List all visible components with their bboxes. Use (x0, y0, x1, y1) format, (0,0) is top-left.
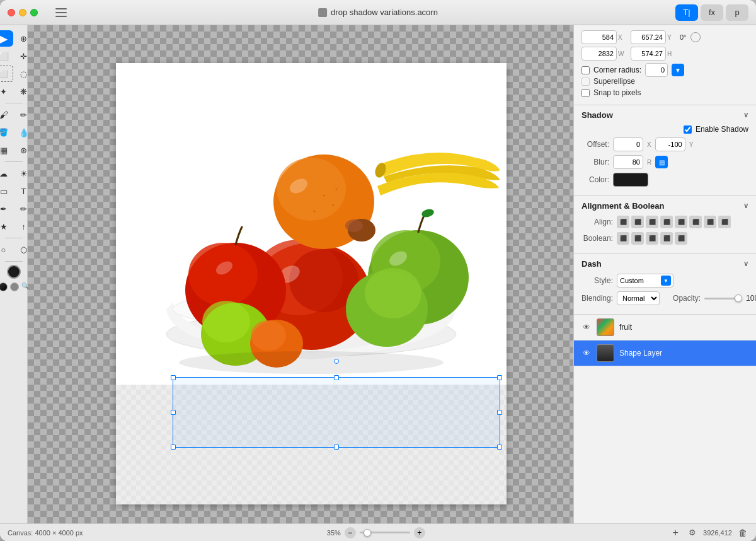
align-right-btn[interactable]: ⬛ (646, 216, 658, 228)
dash-chevron[interactable]: ∨ (743, 260, 748, 268)
plugin-btn[interactable]: p (726, 4, 748, 21)
selection-handle-top-right[interactable] (497, 375, 502, 380)
selection-handle-mid-right[interactable] (497, 410, 502, 415)
zoom-slider[interactable] (360, 532, 410, 533)
zoom-out-btn[interactable]: − (345, 527, 356, 538)
layer-fruit-visibility[interactable]: 👁 (581, 322, 592, 332)
layer-fruit-thumbnail (597, 318, 614, 336)
x-input[interactable] (581, 30, 617, 44)
cloud-shape-tool[interactable]: ☁ (0, 165, 13, 182)
offset-y-input[interactable] (655, 137, 685, 151)
sidebar-toggle[interactable] (55, 8, 67, 17)
pen-tool[interactable]: ✒ (0, 201, 13, 217)
h-input[interactable] (631, 47, 666, 61)
align-buttons: ⬛ ⬛ ⬛ ⬛ ⬛ ⬛ ⬛ ⬛ (617, 216, 731, 228)
svg-point-22 (314, 211, 316, 212)
shadow-header: Shadow ∨ (581, 110, 748, 120)
zoom-in-btn[interactable]: + (414, 527, 425, 538)
svg-point-20 (323, 195, 325, 197)
align-label: Align: (581, 218, 613, 226)
shadow-color-swatch[interactable] (613, 173, 648, 187)
selection-handle-top-left[interactable] (171, 375, 176, 380)
selection-handle-bottom-left[interactable] (171, 445, 176, 450)
blending-select[interactable]: Normal Multiply Screen (617, 291, 660, 305)
selection-handle-center-top[interactable] (334, 359, 339, 364)
selection-handle-mid-left[interactable] (171, 410, 176, 415)
union-btn[interactable]: ⬛ (617, 232, 629, 245)
close-button[interactable] (8, 9, 15, 16)
corner-radius-dropdown[interactable]: ▼ (672, 64, 684, 76)
shadow-blur-row: Blur: R ▤ (581, 155, 748, 169)
opacity-label: Opacity: (673, 294, 701, 303)
layer-fruit[interactable]: 👁 fruit (574, 315, 756, 340)
superellipse-checkbox[interactable] (581, 78, 590, 86)
enable-shadow-label: Enable Shadow (696, 125, 748, 134)
rect-shape-tool[interactable]: ▭ (0, 183, 13, 199)
add-layer-btn[interactable]: + (669, 526, 682, 539)
star-tool[interactable]: ★ (0, 218, 13, 235)
layer-shape[interactable]: 👁 Shape Layer (574, 340, 756, 366)
background-color[interactable] (10, 282, 19, 291)
selection-handle-bottom-right[interactable] (497, 445, 502, 450)
alignment-header: Alignment & Boolean ∨ (581, 201, 748, 211)
delete-layer-btn[interactable]: 🗑 (737, 527, 748, 538)
corner-radius-input[interactable] (645, 63, 668, 77)
layer-shape-visibility[interactable]: 👁 (581, 348, 592, 358)
rotation-control[interactable] (690, 32, 701, 42)
main-area: ▶ ⊕ ⬜ ✛ ⬜ ◌ ✦ ❋ 🖌 ✏ 🪣 💧 (0, 25, 756, 523)
align-left-btn[interactable]: ⬛ (617, 216, 629, 228)
align-bottom-btn[interactable]: ⬛ (689, 216, 702, 228)
y-input[interactable] (631, 30, 666, 44)
difference-btn[interactable]: ⬛ (660, 232, 673, 245)
subtract-btn[interactable]: ⬛ (631, 232, 644, 245)
window-title: drop shadow variations.acorn (318, 8, 438, 17)
crop-tool[interactable]: ⬜ (0, 48, 13, 64)
blur-type-btn[interactable]: ▤ (655, 156, 668, 168)
canvas-area[interactable] (28, 25, 573, 523)
snap-to-pixels-checkbox[interactable] (581, 89, 590, 97)
h-field-group: H (631, 47, 676, 61)
combine-btn[interactable]: ⬛ (675, 232, 687, 245)
foreground-color[interactable] (0, 282, 8, 291)
text-tool-header-btn[interactable]: T| (675, 4, 698, 21)
fx-btn[interactable]: fx (701, 4, 723, 21)
layer-shape-name: Shape Layer (619, 349, 662, 358)
opacity-slider[interactable] (704, 298, 742, 300)
selection-handle-top-center[interactable] (334, 375, 339, 380)
left-toolbar: ▶ ⊕ ⬜ ✛ ⬜ ◌ ✦ ❋ 🖌 ✏ 🪣 💧 (0, 25, 28, 523)
offset-x-input[interactable] (613, 137, 643, 151)
distribute-h-btn[interactable]: ⬛ (704, 216, 716, 228)
minimize-button[interactable] (19, 9, 26, 16)
corner-radius-checkbox[interactable] (581, 66, 590, 74)
w-input[interactable] (581, 47, 617, 61)
align-center-v-btn[interactable]: ⬛ (675, 216, 687, 228)
fill-tool[interactable]: 🪣 (0, 124, 13, 141)
style-select[interactable]: Custom Solid Dashed (617, 274, 673, 288)
magic-wand-tool[interactable]: ✦ (0, 83, 13, 100)
align-top-btn[interactable]: ⬛ (660, 216, 673, 228)
alignment-chevron[interactable]: ∨ (743, 202, 748, 210)
boolean-icons-row: Boolean: ⬛ ⬛ ⬛ ⬛ ⬛ (581, 232, 748, 245)
distribute-v-btn[interactable]: ⬛ (718, 216, 731, 228)
maximize-button[interactable] (30, 9, 38, 16)
shadow-section: Shadow ∨ Enable Shadow Offset: X Y Blur: (574, 105, 756, 196)
y-label: Y (667, 34, 676, 41)
shadow-chevron[interactable]: ∨ (743, 111, 748, 119)
dash-section: Dash ∨ Style: Custom Solid Dashed Blendi… (574, 254, 756, 315)
layers-section: 👁 fruit 👁 Shape Layer (574, 315, 756, 523)
layer-settings-btn[interactable]: ⚙ (687, 527, 698, 538)
intersect-btn[interactable]: ⬛ (646, 232, 658, 245)
shadow-title: Shadow (581, 110, 613, 120)
corner-radius-row: Corner radius: ▼ (581, 63, 748, 77)
ellipse-tool[interactable]: ○ (0, 241, 13, 258)
gradient-tool[interactable]: ▦ (0, 142, 13, 158)
selection-handle-bottom-center[interactable] (334, 445, 339, 450)
color-picker[interactable] (7, 265, 21, 279)
blur-input[interactable] (613, 155, 643, 169)
rect-select-tool[interactable]: ⬜ (0, 66, 13, 82)
align-center-h-btn[interactable]: ⬛ (631, 216, 644, 228)
brush-tool[interactable]: 🖌 (0, 107, 13, 123)
enable-shadow-checkbox[interactable] (684, 125, 692, 134)
svg-point-21 (333, 204, 335, 206)
select-tool[interactable]: ▶ (0, 30, 13, 47)
